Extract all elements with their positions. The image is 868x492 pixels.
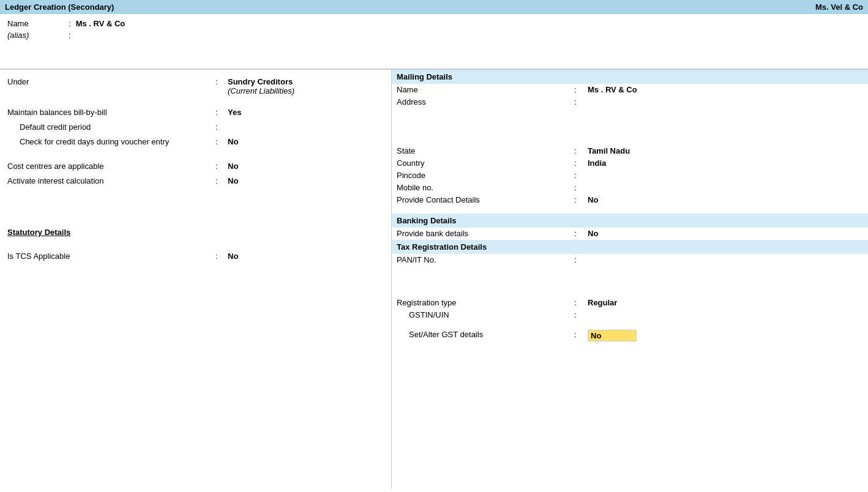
statutory-header: Statutory Details (7, 228, 384, 237)
title-right: Ms. Vel & Co (815, 2, 863, 12)
right-reg-type-value: Regular (588, 298, 863, 307)
name-label: Name (7, 19, 69, 28)
activate-interest-colon: : (215, 176, 223, 185)
right-mobile-colon: : (574, 183, 583, 192)
right-set-alter-colon: : (574, 330, 583, 339)
title-bar: Ledger Creation (Secondary) Ms. Vel & Co (0, 0, 868, 14)
right-pincode-label: Pincode (397, 171, 574, 180)
title-left: Ledger Creation (Secondary) (5, 2, 114, 12)
right-name-row: Name : Ms . RV & Co (392, 84, 868, 96)
check-credit-label: Check for credit days during voucher ent… (7, 137, 215, 146)
under-colon: : (215, 77, 223, 86)
check-credit-colon: : (215, 137, 223, 146)
under-value: Sundry Creditors (Current Liabilities) (228, 77, 384, 95)
default-credit-row: Default credit period : (7, 122, 384, 135)
right-bank-label: Provide bank details (397, 229, 574, 238)
right-contact-label: Provide Contact Details (397, 195, 574, 204)
right-bank-row: Provide bank details : No (392, 228, 868, 240)
cost-centres-row: Cost centres are applicable : No (7, 162, 384, 174)
right-address-row: Address : (392, 96, 868, 108)
under-sub-value: (Current Liabilities) (228, 86, 294, 95)
right-state-label: State (397, 146, 574, 155)
right-name-value: Ms . RV & Co (588, 85, 863, 94)
two-col-layout: Under : Sundry Creditors (Current Liabil… (0, 69, 868, 489)
check-credit-row: Check for credit days during voucher ent… (7, 137, 384, 149)
activate-interest-label: Activate interest calculation (7, 176, 215, 185)
right-gstin-colon: : (574, 310, 583, 319)
right-bank-value: No (588, 229, 863, 238)
maintain-row: Maintain balances bill-by-bill : Yes (7, 108, 384, 120)
right-pincode-row: Pincode : (392, 170, 868, 182)
right-pincode-colon: : (574, 171, 583, 180)
right-pan-colon: : (574, 255, 583, 264)
maintain-colon: : (215, 108, 223, 117)
right-pan-label: PAN/IT No. (397, 255, 574, 264)
right-gstin-row: GSTIN/UIN : (392, 309, 868, 321)
alias-row: (alias) : (7, 31, 861, 40)
left-panel: Under : Sundry Creditors (Current Liabil… (0, 70, 392, 489)
top-section: Name : Ms . RV & Co (alias) : (0, 14, 868, 69)
alias-label: (alias) (7, 31, 69, 40)
default-credit-colon: : (215, 122, 223, 132)
right-bank-colon: : (574, 229, 583, 238)
name-row: Name : Ms . RV & Co (7, 19, 861, 28)
is-tcs-label: Is TCS Applicable (7, 252, 215, 261)
under-row: Under : Sundry Creditors (Current Liabil… (7, 77, 384, 95)
right-name-colon: : (574, 85, 583, 94)
check-credit-value: No (228, 137, 384, 146)
activate-interest-row: Activate interest calculation : No (7, 176, 384, 188)
right-state-value: Tamil Nadu (588, 146, 863, 155)
alias-colon: : (69, 31, 71, 40)
right-contact-row: Provide Contact Details : No (392, 194, 868, 206)
cost-centres-label: Cost centres are applicable (7, 162, 215, 171)
right-set-alter-value[interactable]: No (588, 330, 863, 341)
right-country-colon: : (574, 158, 583, 168)
cost-centres-value: No (228, 162, 384, 171)
right-panel: Mailing Details Name : Ms . RV & Co Addr… (392, 70, 868, 489)
cost-centres-colon: : (215, 162, 223, 171)
right-state-row: State : Tamil Nadu (392, 145, 868, 157)
right-reg-type-colon: : (574, 298, 583, 307)
main-content: Name : Ms . RV & Co (alias) : Under : Su… (0, 14, 868, 489)
maintain-value: Yes (228, 108, 384, 117)
right-state-colon: : (574, 146, 583, 155)
right-country-label: Country (397, 158, 574, 168)
right-name-label: Name (397, 85, 574, 94)
right-reg-type-row: Registration type : Regular (392, 297, 868, 309)
right-pan-row: PAN/IT No. : (392, 254, 868, 266)
right-set-alter-label: Set/Alter GST details (397, 330, 574, 339)
name-value: Ms . RV & Co (76, 19, 125, 28)
right-country-value: India (588, 158, 863, 168)
right-contact-colon: : (574, 195, 583, 204)
under-label: Under (7, 77, 215, 86)
right-set-alter-row: Set/Alter GST details : No (392, 329, 868, 343)
right-address-colon: : (574, 97, 583, 106)
right-mobile-label: Mobile no. (397, 183, 574, 192)
maintain-label: Maintain balances bill-by-bill (7, 108, 215, 117)
tax-reg-header: Tax Registration Details (392, 240, 868, 254)
is-tcs-row: Is TCS Applicable : No (7, 252, 384, 264)
right-gstin-label: GSTIN/UIN (397, 310, 574, 319)
right-country-row: Country : India (392, 157, 868, 170)
activate-interest-value: No (228, 176, 384, 185)
banking-header: Banking Details (392, 214, 868, 228)
right-mobile-row: Mobile no. : (392, 182, 868, 194)
is-tcs-value: No (228, 252, 384, 261)
right-reg-type-label: Registration type (397, 298, 574, 307)
name-colon: : (69, 19, 71, 28)
mailing-header: Mailing Details (392, 70, 868, 84)
right-contact-value: No (588, 195, 863, 204)
under-main-value: Sundry Creditors (228, 77, 293, 86)
is-tcs-colon: : (215, 252, 223, 261)
set-alter-input[interactable]: No (588, 330, 637, 341)
default-credit-label: Default credit period (7, 122, 215, 132)
right-address-label: Address (397, 97, 574, 106)
